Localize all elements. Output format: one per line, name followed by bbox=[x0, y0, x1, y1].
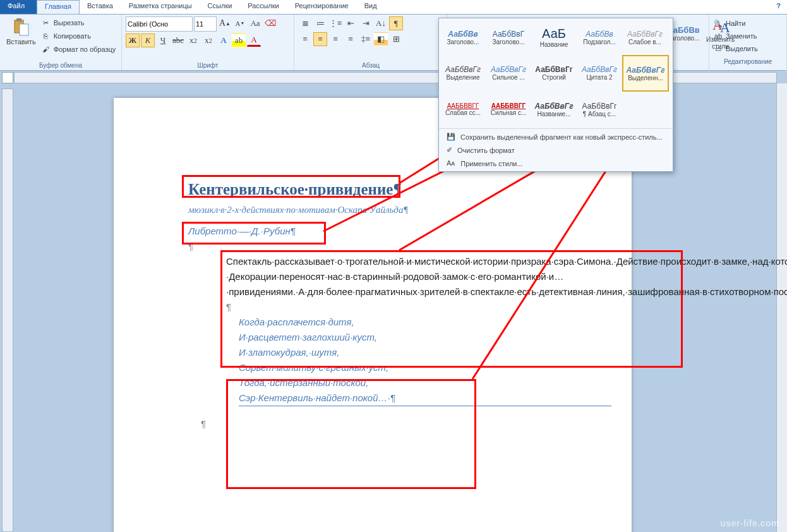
style-cell[interactable]: ААББВВГГСлабая сс... bbox=[440, 92, 486, 127]
paste-label: Вставить bbox=[6, 38, 36, 45]
style-cell[interactable]: АаБбВвГгЦитата 2 bbox=[577, 55, 622, 90]
paste-button[interactable]: Вставить bbox=[4, 16, 39, 47]
doc-poem[interactable]: Когда·расплачется·дитя, И·расцветет·загл… bbox=[188, 315, 618, 406]
highlight-button[interactable]: ab bbox=[232, 33, 246, 47]
sort-button[interactable]: A↓ bbox=[374, 16, 388, 30]
paragraph-group-label: Абзац bbox=[298, 61, 443, 69]
style-cell[interactable]: АаБбВвГгНазвание... bbox=[531, 92, 577, 127]
doc-paragraph[interactable]: Спектакль·рассказывает·о·трогательной·и·… bbox=[188, 254, 618, 299]
select-button[interactable]: ▭Выделить bbox=[713, 42, 783, 55]
align-center-button[interactable]: ≡ bbox=[313, 32, 327, 46]
svg-rect-2 bbox=[20, 24, 28, 35]
borders-button[interactable]: ⊞ bbox=[389, 32, 403, 46]
shrink-font-button[interactable]: A▼ bbox=[233, 16, 247, 30]
styles-gallery-popup: АаБбВвЗаголово...АаБбВвГЗаголово...АаБНа… bbox=[438, 18, 673, 172]
style-cell[interactable]: АаБНазвание bbox=[531, 20, 577, 55]
multilevel-button[interactable]: ⋮≡ bbox=[328, 16, 342, 30]
align-right-button[interactable]: ≡ bbox=[328, 32, 342, 46]
italic-button[interactable]: К bbox=[141, 33, 155, 47]
doc-subtitle[interactable]: мюзикл·в·2-х·действиях·по·мотивам·Оскара… bbox=[188, 202, 618, 217]
style-cell[interactable]: ААББВВГГСильная с... bbox=[486, 92, 531, 127]
tab-file[interactable]: Файл bbox=[0, 0, 37, 14]
tab-mailings[interactable]: Рассылки bbox=[240, 0, 287, 14]
style-cell[interactable]: АаБбВвГгСлабое в... bbox=[622, 20, 668, 55]
pilcrow: ¶ bbox=[188, 299, 618, 315]
find-icon: 🔍 bbox=[713, 18, 723, 28]
svg-rect-1 bbox=[16, 18, 21, 21]
strike-button[interactable]: abc bbox=[171, 33, 185, 47]
doc-libretto[interactable]: Либретто·—·Д.·Рубин¶ bbox=[188, 224, 618, 239]
font-name-select[interactable] bbox=[126, 16, 193, 32]
font-size-select[interactable] bbox=[194, 16, 217, 32]
pilcrow: ¶ bbox=[188, 416, 618, 432]
decrease-indent-button[interactable]: ⇤ bbox=[344, 16, 357, 30]
replace-button[interactable]: abЗаменить bbox=[713, 30, 783, 42]
superscript-button[interactable]: x2 bbox=[201, 33, 215, 47]
group-paragraph: ≣ ≔ ⋮≡ ⇤ ⇥ A↓ ¶ ≡ ≡ ≡ ≡ ‡≡ ◧ ⊞ Абзац bbox=[294, 15, 448, 70]
show-marks-button[interactable]: ¶ bbox=[389, 16, 403, 30]
numbering-button[interactable]: ≔ bbox=[313, 16, 327, 30]
vertical-ruler[interactable] bbox=[2, 88, 13, 532]
format-painter-button[interactable]: 🖌Формат по образцу bbox=[41, 43, 116, 56]
tab-review[interactable]: Рецензирование bbox=[287, 0, 357, 14]
shading-button[interactable]: ◧ bbox=[374, 32, 388, 46]
find-button[interactable]: 🔍Найти bbox=[713, 17, 783, 30]
group-editing: 🔍Найти abЗаменить ▭Выделить Редактирован… bbox=[709, 15, 787, 71]
style-cell[interactable]: АаБбВвГгВыделение bbox=[440, 55, 486, 90]
help-icon[interactable]: ? bbox=[770, 0, 787, 14]
subscript-button[interactable]: x2 bbox=[186, 33, 200, 47]
save-icon: 💾 bbox=[447, 133, 455, 141]
document-body[interactable]: Кентервильское·привидение¶ мюзикл·в·2-х·… bbox=[188, 177, 618, 432]
tab-home[interactable]: Главная bbox=[37, 0, 80, 14]
style-cell[interactable]: АаБбВвПодзагол... bbox=[577, 20, 622, 55]
style-cell[interactable]: АаБбВвЗаголово... bbox=[440, 20, 486, 55]
align-left-button[interactable]: ≡ bbox=[298, 32, 312, 46]
justify-button[interactable]: ≡ bbox=[344, 32, 357, 46]
select-icon: ▭ bbox=[713, 44, 723, 54]
tab-references[interactable]: Ссылки bbox=[200, 0, 241, 14]
style-cell[interactable]: АаБбВвГгСильное ... bbox=[486, 55, 531, 90]
cut-button[interactable]: ✂Вырезать bbox=[41, 16, 116, 29]
scissors-icon: ✂ bbox=[41, 18, 51, 28]
save-as-quick-style[interactable]: 💾Сохранить выделенный фрагмент как новый… bbox=[439, 130, 673, 143]
style-cell[interactable]: АаБбВвГгСтрогий bbox=[531, 55, 577, 90]
style-cell[interactable]: АаБбВвГЗаголово... bbox=[486, 20, 531, 55]
ribbon-tabs: Файл Главная Вставка Разметка страницы С… bbox=[0, 0, 787, 15]
doc-title[interactable]: Кентервильское·привидение¶ bbox=[188, 177, 618, 202]
vertical-scrollbar[interactable] bbox=[776, 83, 787, 532]
pilcrow: ¶ bbox=[188, 239, 618, 254]
tab-view[interactable]: Вид bbox=[357, 0, 385, 14]
bold-button[interactable]: Ж bbox=[126, 33, 140, 47]
clipboard-group-label: Буфер обмена bbox=[4, 61, 117, 69]
group-clipboard: Вставить ✂Вырезать ⎘Копировать 🖌Формат п… bbox=[0, 15, 122, 70]
copy-button[interactable]: ⎘Копировать bbox=[41, 30, 116, 42]
font-color-button[interactable]: A bbox=[247, 33, 261, 47]
clear-format-button[interactable]: ⌫ bbox=[263, 16, 277, 30]
ruler-toggle[interactable] bbox=[2, 72, 13, 83]
editing-group-label: Редактирование bbox=[713, 57, 783, 65]
style-cell[interactable]: АаБбВвГг¶ Абзац с... bbox=[577, 92, 622, 127]
grow-font-button[interactable]: A▲ bbox=[218, 16, 232, 30]
clear-formatting[interactable]: ✐Очистить формат bbox=[439, 143, 673, 157]
style-cell[interactable]: АаБбВвГгВыделенн... bbox=[622, 55, 669, 92]
tab-layout[interactable]: Разметка страницы bbox=[121, 0, 200, 14]
bullets-button[interactable]: ≣ bbox=[298, 16, 312, 30]
apply-icon: Aᴀ bbox=[447, 159, 455, 167]
tab-insert[interactable]: Вставка bbox=[80, 0, 121, 14]
apply-styles[interactable]: AᴀПрименить стили... bbox=[439, 157, 673, 170]
paste-icon bbox=[11, 18, 30, 37]
change-case-button[interactable]: Aa bbox=[248, 16, 262, 30]
text-effects-button[interactable]: A bbox=[217, 33, 231, 47]
copy-icon: ⎘ bbox=[41, 31, 51, 41]
group-font: A▲ A▼ Aa ⌫ Ж К Ч abc x2 x2 A ab A Шрифт bbox=[122, 15, 294, 70]
line-spacing-button[interactable]: ‡≡ bbox=[359, 32, 373, 46]
increase-indent-button[interactable]: ⇥ bbox=[359, 16, 373, 30]
font-group-label: Шрифт bbox=[126, 61, 290, 69]
brush-icon: 🖌 bbox=[41, 44, 51, 54]
underline-button[interactable]: Ч bbox=[156, 33, 170, 47]
eraser-icon: ✐ bbox=[447, 146, 452, 154]
watermark: user-life.com bbox=[720, 518, 779, 528]
replace-icon: ab bbox=[713, 31, 723, 41]
